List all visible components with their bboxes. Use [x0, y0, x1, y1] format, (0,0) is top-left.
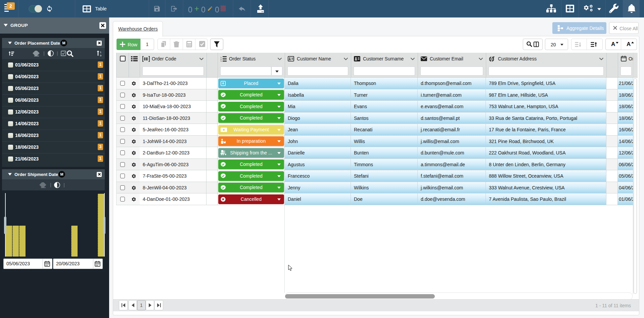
svg-text:9: 9	[100, 54, 101, 57]
svg-text:1: 1	[100, 51, 101, 54]
svg-text:3: 3	[221, 60, 222, 62]
svg-text:1: 1	[221, 56, 222, 58]
